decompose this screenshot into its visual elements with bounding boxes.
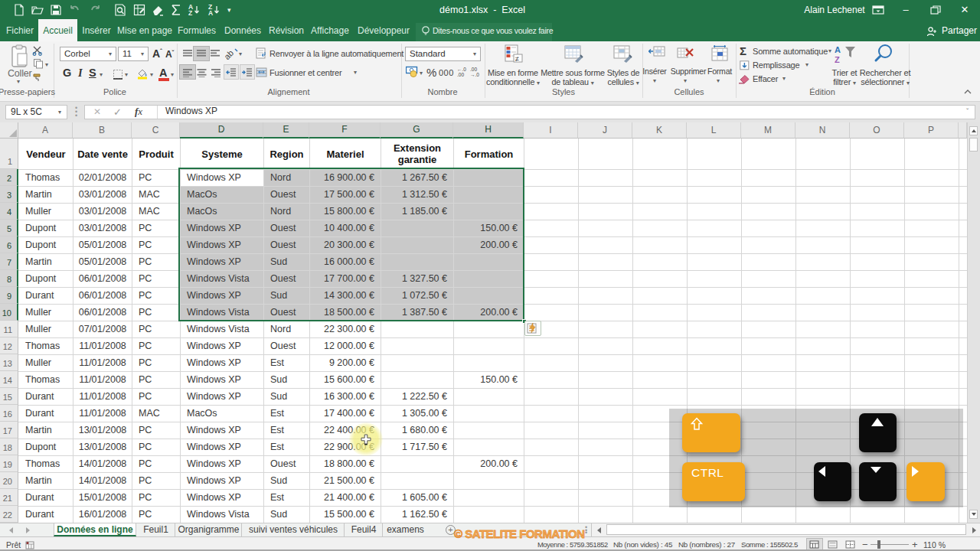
svg-text:Z: Z (835, 55, 840, 64)
svg-text:←.0: ←.0 (457, 67, 466, 72)
svg-text:.00: .00 (457, 72, 464, 77)
svg-text:Z: Z (188, 9, 192, 17)
svg-text:≠: ≠ (515, 55, 519, 63)
svg-text:A: A (208, 9, 213, 17)
svg-text:A: A (835, 45, 841, 54)
svg-text:ab: ab (225, 48, 235, 60)
svg-text:→.0: →.0 (470, 72, 479, 77)
svg-text:.00: .00 (470, 67, 477, 72)
